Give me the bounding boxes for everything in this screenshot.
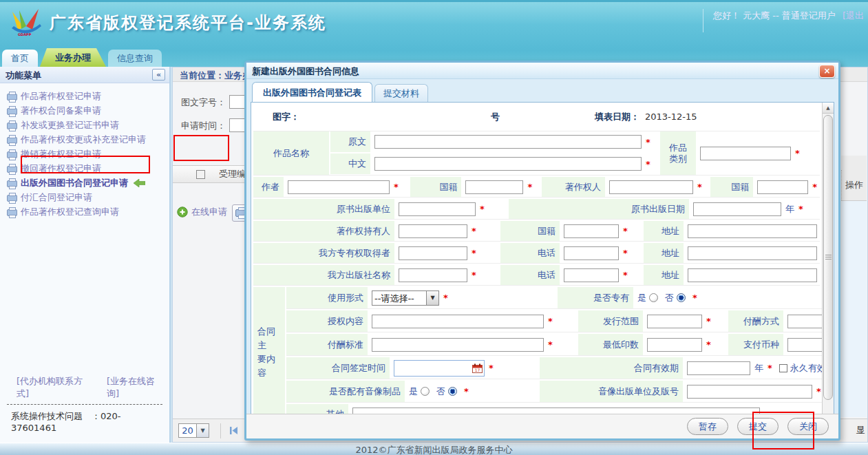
printer-icon (7, 151, 17, 158)
author-input[interactable] (288, 180, 390, 194)
press-phone-input[interactable] (564, 268, 619, 282)
dialog-tabs: 出版外国图书合同登记表 提交材料 (250, 83, 835, 102)
sidebar-item-change-supplement[interactable]: 作品著作权变更或补充登记申请 (7, 134, 169, 146)
currency-input[interactable] (787, 338, 822, 352)
chevron-down-icon[interactable]: ▼ (197, 423, 209, 438)
other-row: 其他 (286, 404, 822, 414)
sidebar-item-register-query[interactable]: 作品著作权登记查询申请 (7, 206, 169, 218)
sidebar-menu: 作品著作权登记申请 著作权合同备案申请 补发或更换登记证书申请 作品著作权变更或… (0, 83, 169, 220)
printer-icon (7, 94, 17, 100)
pay-method-input[interactable] (787, 315, 822, 328)
close-button[interactable]: 关闭 (787, 418, 829, 435)
orig-publisher-input[interactable] (399, 202, 476, 216)
sidebar-item-work-copyright-register[interactable]: 作品著作权登记申请 (7, 90, 169, 103)
sign-time-date-input[interactable]: 17 (394, 360, 485, 377)
author-nationality-input[interactable] (465, 180, 523, 194)
save-draft-button[interactable]: 暂存 (687, 418, 728, 435)
sidebar-item-revoke-register[interactable]: 撤销著作权登记申请 (7, 148, 169, 160)
dist-range-label: 发行范围 (578, 310, 643, 332)
pay-standard-input[interactable] (372, 338, 544, 352)
tab-submit-materials[interactable]: 提交材料 (374, 84, 428, 102)
orig-publisher-label: 原书出版单位 (253, 199, 394, 219)
online-apply-button[interactable]: 在线申请 (177, 206, 227, 218)
sidebar-item-label: 撤销著作权登记申请 (21, 148, 101, 160)
dist-range-input[interactable] (647, 315, 702, 328)
auth-content-input[interactable] (372, 315, 544, 328)
owner-nationality-input[interactable] (757, 180, 808, 194)
av-yes-radio[interactable] (421, 387, 430, 396)
author-row: 作者 * 国籍 * 著作权人 * 国籍 (253, 177, 820, 198)
close-icon[interactable]: × (819, 65, 835, 78)
currency-label: 支付币种 (728, 334, 783, 355)
other-input[interactable] (352, 408, 760, 414)
exclusive-acquirer-label: 我方专有权取得者 (253, 243, 394, 263)
press-address-label: 地址 (644, 265, 684, 285)
sidebar-item-foreign-book-contract[interactable]: 出版外国图书合同登记申请 (7, 177, 169, 189)
fill-date-value: 2013-12-15 (645, 112, 697, 122)
contract-form-panel: 图字： 号 填表日期： 2013-12-15 作品名称 原文 * (251, 102, 834, 414)
exclusive-yes-radio[interactable] (649, 293, 658, 302)
select-all-checkbox[interactable] (196, 170, 205, 179)
validity-input[interactable] (687, 361, 750, 375)
orig-title-label: 原文 (330, 131, 370, 152)
agency-contact-link[interactable]: [代办机构联系方式] (17, 375, 89, 400)
acquirer-phone-input[interactable] (564, 246, 619, 260)
orig-pub-date-input[interactable] (693, 202, 781, 216)
sidebar-item-contract-record[interactable]: 著作权合同备案申请 (7, 105, 169, 117)
scrollbar-thumb[interactable] (823, 115, 833, 400)
user-greeting: 您好！ 元大鹰 -- 普通登记用户 (713, 10, 836, 21)
chevron-down-icon[interactable]: ▼ (427, 290, 439, 306)
submit-button[interactable]: 提交 (737, 418, 779, 435)
dialog-title: 新建出版外国图书合同信息 (252, 66, 359, 76)
yes-label: 是 (409, 385, 418, 398)
required-mark: * (548, 316, 553, 326)
sign-time-row: 合同签定时间 17 (286, 357, 822, 379)
press-address-input[interactable] (688, 268, 817, 282)
permanent-checkbox[interactable] (779, 364, 787, 372)
page-title: 广东省版权登记系统平台-业务系统 (50, 12, 326, 34)
exclusive-no-radio[interactable] (677, 293, 686, 302)
table-body-strip (841, 201, 867, 417)
our-press-input[interactable] (399, 268, 467, 282)
no-label: 否 (436, 385, 445, 398)
sidebar-item-reissue-certificate[interactable]: 补发或更换登记证书申请 (7, 119, 169, 131)
exclusive-acquirer-input[interactable] (399, 246, 467, 260)
cn-title-input[interactable] (374, 157, 642, 171)
printer-icon (7, 209, 17, 216)
av-no-radio[interactable] (448, 387, 457, 396)
orig-title-input[interactable] (374, 135, 642, 149)
tuzi-label: 图字： (273, 111, 299, 123)
usage-form-select[interactable]: --请选择-- ▼ (372, 290, 439, 306)
first-page-icon[interactable] (229, 426, 240, 435)
sidebar-item-payment-contract[interactable]: 付汇合同登记申请 (7, 191, 169, 204)
printer-icon (7, 123, 17, 129)
page-size-select[interactable]: 20 ▼ (178, 423, 209, 438)
tab-contract-registration-form[interactable]: 出版外国图书合同登记表 (252, 82, 372, 102)
logout-link[interactable]: [退出 (843, 10, 864, 21)
acquirer-address-input[interactable] (688, 246, 817, 260)
yes-label: 是 (637, 292, 646, 304)
form-scrollbar[interactable]: ▲ (822, 103, 834, 414)
scroll-up-icon[interactable]: ▲ (823, 103, 834, 114)
category-label-line2: 类别 (669, 154, 687, 165)
online-consult-link[interactable]: [业务在线咨询] (107, 375, 162, 400)
rights-holder-input[interactable] (399, 224, 467, 238)
required-mark: * (816, 386, 821, 396)
sidebar-collapse-icon[interactable]: « (152, 69, 165, 81)
acquirer-phone-label: 电话 (500, 243, 560, 263)
copyright-owner-input[interactable] (609, 180, 693, 194)
sign-time-label: 合同签定时间 (286, 357, 390, 379)
sidebar-item-withdraw-register[interactable]: 撤回著作权登记申请 (7, 162, 169, 175)
category-input[interactable] (700, 147, 791, 160)
tab-home[interactable]: 首页 (2, 50, 38, 67)
holder-address-input[interactable] (688, 224, 817, 238)
required-mark: * (472, 248, 476, 258)
sidebar-footer-links: [代办机构联系方式] [业务在线咨询] (7, 375, 162, 400)
holder-nationality-input[interactable] (564, 224, 619, 238)
min-print-input[interactable] (647, 338, 702, 352)
tab-business[interactable]: 业务办理 (40, 48, 106, 67)
av-publisher-input[interactable] (687, 385, 812, 399)
usage-form-select-value: --请选择-- (372, 290, 427, 306)
rights-holder-row: 著作权持有人 * 国籍 * 地址 (253, 221, 820, 242)
tab-info-query[interactable]: 信息查询 (108, 50, 162, 67)
